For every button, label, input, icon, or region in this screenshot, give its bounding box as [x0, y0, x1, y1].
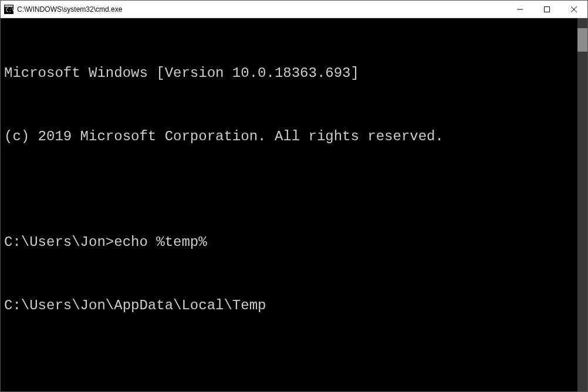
- terminal-line: Microsoft Windows [Version 10.0.18363.69…: [4, 63, 574, 84]
- window-title: C:\WINDOWS\system32\cmd.exe: [17, 5, 506, 13]
- svg-rect-1: [5, 5, 13, 7]
- terminal-output[interactable]: Microsoft Windows [Version 10.0.18363.69…: [1, 18, 577, 391]
- terminal-line: C:\Users\Jon>echo %temp%: [4, 232, 574, 253]
- terminal-line: C:\Users\Jon\AppData\Local\Temp: [4, 295, 574, 316]
- svg-text:C:\: C:\: [6, 8, 13, 13]
- svg-rect-4: [545, 6, 550, 12]
- close-button[interactable]: [560, 1, 587, 18]
- maximize-button[interactable]: [533, 1, 560, 18]
- terminal-area: Microsoft Windows [Version 10.0.18363.69…: [1, 18, 587, 391]
- vertical-scrollbar[interactable]: [577, 18, 587, 391]
- window-controls: [506, 1, 587, 18]
- cmd-icon: C:\: [4, 5, 13, 14]
- scrollbar-thumb[interactable]: [577, 28, 587, 52]
- terminal-line: (c) 2019 Microsoft Corporation. All righ…: [4, 126, 574, 147]
- minimize-button[interactable]: [506, 1, 533, 18]
- titlebar[interactable]: C:\ C:\WINDOWS\system32\cmd.exe: [1, 1, 587, 18]
